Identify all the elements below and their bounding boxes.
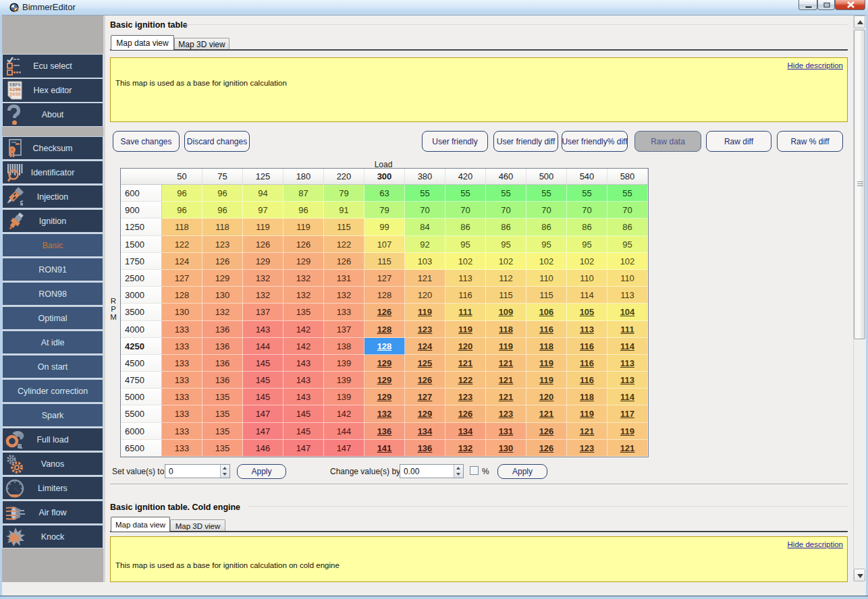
svg-text:9090: 9090 [9,92,21,97]
